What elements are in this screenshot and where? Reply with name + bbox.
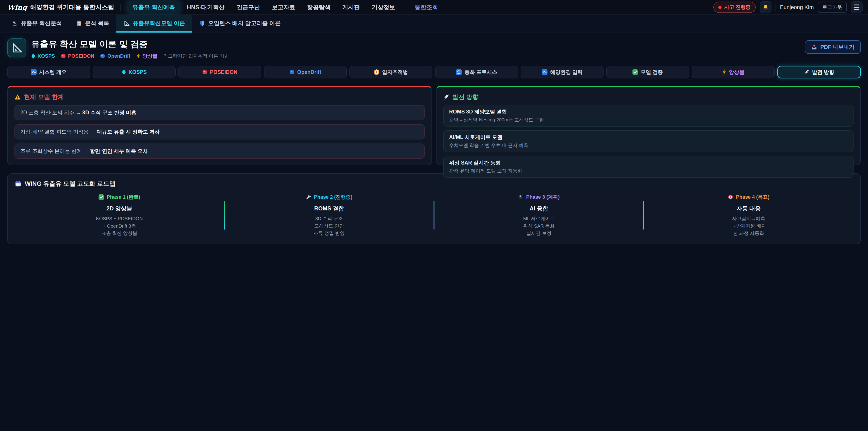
direction-item: ROMS 3D 해양모델 결합 광역→상세역 Nesting 200m급 고해상… (443, 105, 854, 127)
tab-spill-model-theory[interactable]: 유출유확산모델 이론 (116, 15, 192, 33)
user-name: Eunjeong Kim (780, 4, 814, 10)
phase-3-name: AI 융합 (434, 205, 643, 212)
page-header: 유출유 확산 모델 이론 및 검증 KOSPS POSEIDON Open (7, 38, 861, 59)
chip-opendrift[interactable]: OpenDrift (264, 66, 347, 79)
current-limitations-panel: 현재 모델 한계 2D 표층 확산 모의 위주 →3D 수직 구조 반영 미흡 … (7, 86, 432, 165)
chip-ensemble[interactable]: 앙상블 (692, 66, 775, 79)
nav-right: 사고 진행중 Eunjeong Kim 로그아웃 (713, 1, 863, 13)
page-title: 유출유 확산 모델 이론 및 검증 (31, 38, 229, 50)
bell-icon (763, 4, 769, 10)
direction-item: 위성 SAR 실시간 동화 관측 유막 데이터 모델 보정 자동화 (443, 156, 854, 178)
limitation-item: 기상·해양 결합 피드백 미적용 →대규모 유출 시 정확도 저하 (14, 124, 425, 140)
lightning-icon (136, 53, 141, 59)
main-content: 유출유 확산 모델 이론 및 검증 KOSPS POSEIDON Open (0, 33, 868, 244)
phase-3-details: ML 서로게이트 위성 SAR 동화 실시간 보정 (434, 215, 643, 237)
page-subtitle: 라그랑지안 입자추적 이론 기반 (163, 53, 229, 59)
export-icon (811, 44, 817, 50)
chip-model-validation[interactable]: 모델 검증 (606, 66, 689, 79)
roadmap-phases: Phase 1 (완료) 2D 앙상블 KOSPS + POSEIDON + O… (15, 193, 853, 237)
nav-item-integrated-search[interactable]: 통합조회 (410, 1, 443, 13)
phase-1: Phase 1 (완료) 2D 앙상블 KOSPS + POSEIDON + O… (15, 193, 224, 237)
tab-spill-analysis[interactable]: 유출유 확산분석 (4, 15, 69, 33)
phase-4-details: 사고감지→예측 →방제자원 배치 전 과정 자동화 (644, 215, 853, 237)
future-directions-panel: 발전 방향 ROMS 3D 해양모델 결합 광역→상세역 Nesting 200… (436, 86, 861, 165)
nav-item-aerial-search[interactable]: 항공탐색 (302, 1, 336, 13)
section-chip-row: 시스템 개요 KOSPS POSEIDON OpenDrift 입자추적법 풍화… (7, 66, 861, 79)
pdf-export-button[interactable]: PDF 내보내기 (805, 40, 861, 54)
warning-icon (14, 94, 21, 100)
model-badge-kosps: KOSPS (31, 53, 55, 59)
notifications-button[interactable] (760, 1, 772, 13)
set-square-icon (124, 20, 129, 26)
nav-item-emergency-rescue[interactable]: 긴급구난 (231, 1, 265, 13)
model-badge-ensemble: 앙상블 (136, 53, 158, 59)
chip-ocean-env-input[interactable]: 해양환경 입력 (521, 66, 604, 79)
page-title-icon-box (7, 38, 26, 57)
rocket-icon (443, 94, 449, 100)
check-icon (632, 69, 638, 75)
chip-kosps[interactable]: KOSPS (93, 66, 176, 79)
nav-item-hns-diffusion[interactable]: HNS·대기확산 (182, 1, 230, 13)
tab-label: 오일펜스 배치 알고리즘 이론 (208, 20, 281, 27)
menu-button[interactable] (851, 1, 863, 13)
divider (121, 4, 121, 11)
directions-header: 발전 방향 (443, 93, 854, 101)
set-square-icon (11, 42, 22, 53)
incident-status-badge[interactable]: 사고 진행중 (713, 2, 755, 13)
diamond-icon (122, 69, 126, 75)
main-nav: 유출유 확산예측 HNS·대기확산 긴급구난 보고자료 항공탐색 게시판 기상정… (127, 1, 713, 13)
wave-icon (31, 69, 37, 75)
logout-button[interactable]: 로그아웃 (818, 2, 847, 13)
nav-item-board[interactable]: 게시판 (337, 1, 365, 13)
calendar-icon (15, 181, 21, 187)
red-orb-icon (61, 54, 66, 59)
chip-particle-tracking[interactable]: 입자추적법 (349, 66, 432, 79)
tab-analysis-list[interactable]: 분석 목록 (69, 15, 116, 33)
rocket-icon (804, 69, 809, 75)
phase-2-details: 3D 수직 구조 고해상도 연안 조류 정밀 반영 (225, 215, 434, 237)
tab-label: 유출유 확산분석 (21, 20, 62, 27)
chip-future-direction[interactable]: 발전 방향 (777, 66, 861, 79)
nav-item-weather-info[interactable]: 기상정보 (367, 1, 400, 13)
cycle-icon (456, 69, 462, 75)
tab-bar: 유출유 확산분석 분석 목록 유출유확산모델 이론 오일펜스 배치 알고리즘 이… (0, 15, 868, 33)
tab-label: 유출유확산모델 이론 (133, 20, 185, 27)
nav-item-reports[interactable]: 보고자료 (267, 1, 300, 13)
divider (776, 4, 776, 11)
wrench-icon (306, 194, 311, 200)
phase-2-status: Phase 2 (진행중) (306, 194, 352, 201)
brand: Wing 해양환경 위기대응 통합시스템 (7, 3, 114, 11)
phase-4: Phase 4 (목표) 자동 대응 사고감지→예측 →방제자원 배치 전 과정… (644, 193, 853, 237)
model-badge-row: KOSPS POSEIDON OpenDrift 앙상블 (31, 53, 229, 59)
shield-icon (199, 20, 205, 26)
app-logo: Wing (7, 3, 27, 11)
nav-item-oil-spill-forecast[interactable]: 유출유 확산예측 (127, 1, 180, 13)
phase-4-name: 자동 대응 (644, 205, 853, 212)
direction-item: AI/ML 서로게이트 모델 수치모델 학습 기반 수초 내 근사 예측 (443, 130, 854, 152)
chip-weathering-process[interactable]: 풍화 프로세스 (435, 66, 518, 79)
check-icon (98, 194, 104, 200)
diamond-icon (31, 53, 35, 59)
compass-icon (374, 69, 379, 75)
phase-3-status: Phase 3 (계획) (518, 194, 560, 201)
model-badge-opendrift: OpenDrift (100, 53, 130, 59)
phase-2: Phase 2 (진행중) ROMS 결합 3D 수직 구조 고해상도 연안 조… (225, 193, 434, 237)
blue-orb-icon (289, 70, 294, 74)
tab-oil-fence-theory[interactable]: 오일펜스 배치 알고리즘 이론 (192, 15, 288, 33)
chip-poseidon[interactable]: POSEIDON (178, 66, 261, 79)
clipboard-icon (76, 20, 82, 26)
pdf-export-label: PDF 내보내기 (820, 43, 855, 51)
phase-1-name: 2D 앙상블 (15, 205, 224, 212)
phase-1-status: Phase 1 (완료) (98, 194, 140, 201)
roadmap-header: WING 유출유 모델 고도화 로드맵 (15, 180, 853, 188)
limitations-header: 현재 모델 한계 (14, 93, 425, 101)
status-dot-icon (718, 6, 721, 9)
chip-system-overview[interactable]: 시스템 개요 (7, 66, 90, 79)
roadmap-panel: WING 유출유 모델 고도화 로드맵 Phase 1 (완료) 2D 앙상블 … (7, 173, 861, 244)
microscope-icon (12, 20, 18, 26)
limitation-item: 2D 표층 확산 모의 위주 →3D 수직 구조 반영 미흡 (14, 105, 425, 120)
microscope-icon (518, 194, 524, 200)
phase-4-status: Phase 4 (목표) (728, 194, 770, 201)
phase-3: Phase 3 (계획) AI 융합 ML 서로게이트 위성 SAR 동화 실시… (434, 193, 643, 237)
lightning-icon (722, 69, 726, 75)
